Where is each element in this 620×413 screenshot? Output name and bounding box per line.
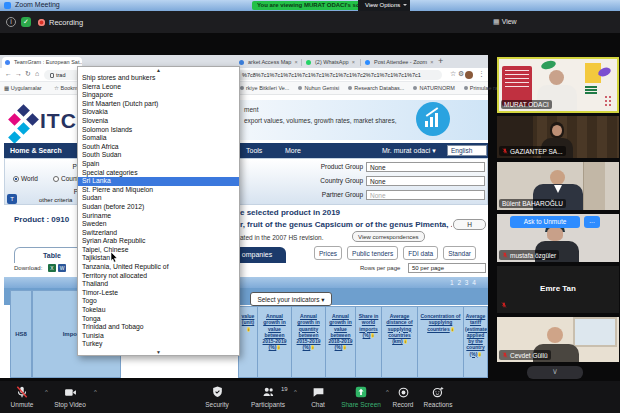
dropdown-option[interactable]: Spain <box>78 160 239 169</box>
view-options-button[interactable]: View Options <box>358 0 410 11</box>
dropdown-option[interactable]: Special categories <box>78 169 239 178</box>
home-icon[interactable]: ⌂ <box>35 70 39 77</box>
back-icon[interactable]: ← <box>5 70 12 77</box>
nav-more[interactable]: More <box>285 143 301 158</box>
action-button[interactable]: Standar <box>443 246 476 260</box>
dropdown-option[interactable]: Suriname <box>78 212 239 221</box>
action-button[interactable]: Prices <box>314 246 342 260</box>
dropdown-option[interactable]: Switzerland <box>78 229 239 238</box>
action-button[interactable]: Public tenders <box>347 246 398 260</box>
scroll-up-icon[interactable]: ▲ <box>78 67 239 74</box>
other-criteria-link[interactable]: other criteria <box>39 197 72 203</box>
dropdown-option[interactable]: Trinidad and Tobago <box>78 323 239 332</box>
participant-tile-bulent[interactable]: Bülent BAHAROĞLU <box>497 162 619 210</box>
dropdown-option[interactable]: Territory not allocated <box>78 272 239 281</box>
bookmark-item[interactable]: Research Databas... <box>348 85 404 91</box>
participant-tile-mustafa[interactable]: Ask to Unmute ... mustafa özgüler <box>497 214 619 262</box>
dropdown-option[interactable]: Solomon Islands <box>78 126 239 135</box>
dropdown-option[interactable]: Syrian Arab Republic <box>78 237 239 246</box>
participant-tile-murat-odaci[interactable]: MURAT ODACI <box>497 57 619 113</box>
column-header[interactable]: Average distance of supplying countries … <box>382 306 418 378</box>
browser-tab-whatsapp[interactable]: (2) WhatsApp× <box>303 57 359 68</box>
dropdown-option[interactable]: Tonga <box>78 315 239 324</box>
browser-tab-market-access-map[interactable]: arket Access Map× <box>236 57 300 68</box>
share-screen-button[interactable]: Share Screen <box>339 384 383 408</box>
dropdown-option[interactable]: Taipei, Chinese <box>78 246 239 255</box>
pagination[interactable]: 1 2 3 4 <box>450 279 477 286</box>
participant-tile-emre[interactable]: Emre Tan <box>497 266 619 313</box>
dropdown-option[interactable]: Somalia <box>78 134 239 143</box>
trademap-mini-icon[interactable]: T <box>7 194 17 204</box>
view-layout-button[interactable]: ▦View <box>488 15 522 29</box>
dropdown-option[interactable]: Tokelau <box>78 306 239 315</box>
forward-icon[interactable]: → <box>15 70 22 77</box>
nav-tools[interactable]: Tools <box>246 143 262 158</box>
dropdown-option[interactable]: Togo <box>78 297 239 306</box>
column-header-hs[interactable]: HS8 <box>10 290 32 378</box>
column-header[interactable]: Average tariff (estimated) applied by th… <box>464 306 488 378</box>
action-button[interactable]: FDI data <box>403 246 438 260</box>
ask-to-unmute-button[interactable]: Ask to Unmute <box>510 216 580 228</box>
dropdown-option[interactable]: Sint Maarten (Dutch part) <box>78 100 239 109</box>
column-header[interactable]: Annual growth in value between 2015-2019… <box>258 306 292 378</box>
dropdown-option[interactable]: Turkey <box>78 340 239 349</box>
scroll-down-icon[interactable]: ▼ <box>78 349 239 356</box>
browser-menu-icon[interactable]: ⋮ <box>478 70 485 78</box>
column-header[interactable]: Annual growth in value between 2018-2019… <box>326 306 356 378</box>
dropdown-option[interactable]: Ship stores and bunkers <box>78 74 239 83</box>
user-menu[interactable]: Mr. murat odaci ▾ <box>382 143 436 158</box>
dropdown-option[interactable]: South Africa <box>78 143 239 152</box>
stop-video-button[interactable]: Stop Video <box>48 384 92 408</box>
column-header[interactable]: Share in world imports (%) <box>356 306 382 378</box>
dropdown-option[interactable]: Tajikistan <box>78 254 239 263</box>
bookmark-item[interactable]: NATURNORM <box>413 85 454 91</box>
participant-more-button[interactable]: ... <box>584 216 600 228</box>
extensions-icon[interactable]: ⚙ <box>458 70 464 78</box>
dropdown-option[interactable]: Sri Lanka <box>78 177 239 186</box>
browser-profile-avatar[interactable] <box>465 71 473 79</box>
nav-home-search[interactable]: Home & Search <box>10 143 62 158</box>
word-export-icon[interactable]: W <box>58 264 66 272</box>
video-options-caret[interactable]: ^ <box>94 389 97 395</box>
hs-history-button[interactable]: H <box>453 219 486 230</box>
dropdown-option[interactable]: Thailand <box>78 280 239 289</box>
reload-icon[interactable]: ↻ <box>25 70 31 78</box>
dropdown-option[interactable]: Slovenia <box>78 117 239 126</box>
tab-close-icon[interactable]: × <box>294 59 297 65</box>
dropdown-option[interactable]: Sierra Leone <box>78 83 239 92</box>
participant-tile-cevdet[interactable]: Cevdet Güllü <box>497 317 619 362</box>
language-select[interactable]: English <box>447 145 487 156</box>
browser-tab-zoom[interactable]: Post Attendee - Zoom× <box>362 57 434 68</box>
tab-close-icon[interactable]: × <box>430 59 433 65</box>
bookmark-apps[interactable]: ▦ Uygulamalar <box>4 85 42 91</box>
dropdown-option[interactable]: South Sudan <box>78 151 239 160</box>
column-header[interactable]: value (unit) <box>238 306 258 378</box>
dropdown-option[interactable]: Slovakia <box>78 108 239 117</box>
meeting-info-icon[interactable]: i <box>6 17 16 27</box>
dropdown-option[interactable]: Tanzania, United Republic of <box>78 263 239 272</box>
product-group-value[interactable]: None <box>366 162 485 172</box>
dropdown-option[interactable]: Sudan (before 2012) <box>78 203 239 212</box>
view-correspondences-button[interactable]: View correspondences <box>352 231 425 242</box>
column-header[interactable]: Concentration of supplying countries <box>418 306 464 378</box>
dropdown-option[interactable]: Tunisia <box>78 332 239 341</box>
country-group-value[interactable]: None <box>366 176 485 186</box>
dropdown-option[interactable]: Sudan <box>78 194 239 203</box>
collapse-sidebar-button[interactable]: ∨ <box>527 366 583 379</box>
select-indicators-button[interactable]: Select your indicators ▾ <box>250 292 332 306</box>
bookmark-item[interactable]: Nuhun Gemisi <box>298 85 339 91</box>
participant-tile-gaziantep[interactable]: GAZIANTEP SA... <box>497 116 619 158</box>
dropdown-option[interactable]: St. Pierre and Miquelon <box>78 186 239 195</box>
bookmark-star-icon[interactable]: ☆ <box>450 70 456 78</box>
column-header[interactable]: Annual growth in quantity between 2015-2… <box>292 306 326 378</box>
unmute-button[interactable]: Unmute <box>2 384 42 408</box>
new-tab-button[interactable]: + <box>438 56 443 66</box>
excel-export-icon[interactable]: X <box>48 264 56 272</box>
rows-per-page-select[interactable]: 50 per page <box>408 263 486 273</box>
dropdown-option[interactable]: Sweden <box>78 220 239 229</box>
security-button[interactable]: Security <box>195 384 239 408</box>
reactions-button[interactable]: Reactions <box>415 384 461 408</box>
dropdown-option[interactable]: Singapore <box>78 91 239 100</box>
world-radio[interactable]: World <box>13 175 38 182</box>
chat-button[interactable]: Chat <box>296 384 340 408</box>
